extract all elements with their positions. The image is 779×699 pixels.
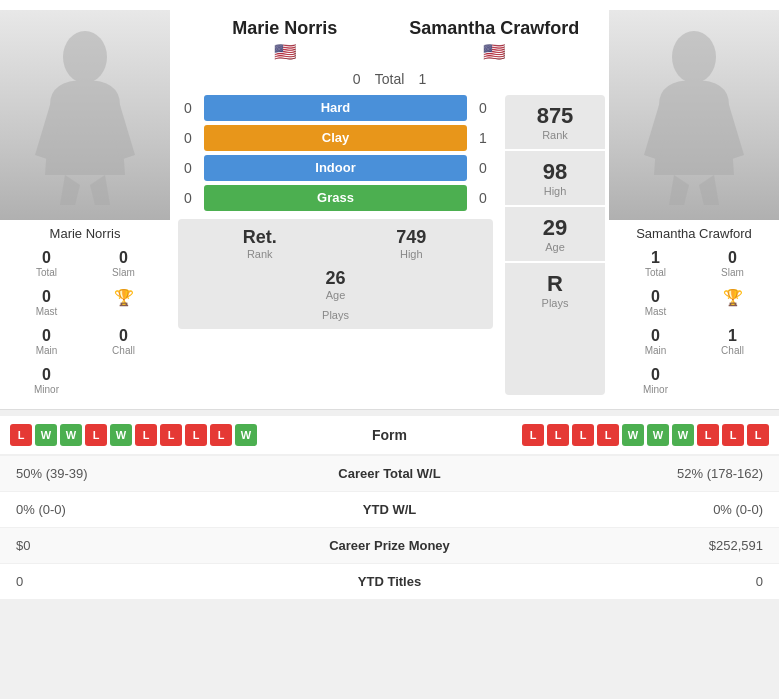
right-player-name: Samantha Crawford [636, 226, 752, 241]
right-minor-value: 0 [619, 366, 692, 384]
career-stat-left: $0 [16, 538, 265, 553]
form-badge-left: W [60, 424, 82, 446]
career-stat-center: YTD Titles [265, 574, 514, 589]
form-badge-left: L [135, 424, 157, 446]
total-label: Total [375, 71, 405, 87]
plays-label: Plays [186, 309, 485, 321]
grass-left-score: 0 [178, 190, 198, 206]
career-stats-row: 0YTD Titles0 [0, 564, 779, 600]
right-plays-value: R [517, 271, 593, 297]
right-total-value: 1 [619, 249, 692, 267]
form-badge-left: L [160, 424, 182, 446]
left-main-cell: 0 Main [8, 323, 85, 360]
career-stats-row: 0% (0-0)YTD W/L0% (0-0) [0, 492, 779, 528]
plays-cell: Plays [186, 309, 485, 321]
left-chall-value: 0 [87, 327, 160, 345]
ret-value: Ret. [186, 227, 334, 248]
right-chall-cell: 1 Chall [694, 323, 771, 360]
middle-section: Marie Norris 🇺🇸 Samantha Crawford 🇺🇸 0 T… [170, 10, 609, 399]
left-mast-cell: 0 Mast [8, 284, 85, 321]
form-badge-right: W [647, 424, 669, 446]
career-stats-row: 50% (39-39)Career Total W/L52% (178-162) [0, 456, 779, 492]
total-row: 0 Total 1 [170, 67, 609, 91]
career-stat-center: YTD W/L [265, 502, 514, 517]
right-age-label: Age [517, 241, 593, 253]
left-slam-value: 0 [87, 249, 160, 267]
right-stats-grid: 1 Total 0 Slam 0 Mast 🏆 0 Main [609, 245, 779, 399]
right-main-cell: 0 Main [617, 323, 694, 360]
high-rank-cell: 749 High [338, 227, 486, 260]
right-high-label: High [517, 185, 593, 197]
right-stats-panel: 875 Rank 98 High 29 Age R Plays [505, 95, 605, 395]
indoor-row: 0 Indoor 0 [178, 155, 493, 181]
form-badge-right: L [522, 424, 544, 446]
form-badge-right: L [547, 424, 569, 446]
right-chall-label: Chall [696, 345, 769, 356]
left-trophy-icon: 🏆 [114, 289, 134, 306]
left-flag: 🇺🇸 [274, 41, 296, 63]
right-player-name-header: Samantha Crawford [409, 18, 579, 39]
total-left-score: 0 [347, 71, 367, 87]
form-badge-right: L [722, 424, 744, 446]
rank-block: 875 Rank [505, 95, 605, 151]
left-player-name-header: Marie Norris [232, 18, 337, 39]
left-mast-value: 0 [10, 288, 83, 306]
right-total-cell: 1 Total [617, 245, 694, 282]
left-chall-cell: 0 Chall [85, 323, 162, 360]
clay-left-score: 0 [178, 130, 198, 146]
left-player-panel: Marie Norris 0 Total 0 Slam 0 Mast 🏆 [0, 10, 170, 399]
right-age-value: 29 [517, 215, 593, 241]
main-container: Marie Norris 0 Total 0 Slam 0 Mast 🏆 [0, 0, 779, 600]
right-player-panel: Samantha Crawford 1 Total 0 Slam 0 Mast … [609, 10, 779, 399]
left-minor-label: Minor [10, 384, 83, 395]
form-badge-left: L [10, 424, 32, 446]
comparison-section: Marie Norris 0 Total 0 Slam 0 Mast 🏆 [0, 0, 779, 410]
form-badge-left: L [185, 424, 207, 446]
career-stats-rows: 50% (39-39)Career Total W/L52% (178-162)… [0, 456, 779, 600]
left-name-area: Marie Norris 🇺🇸 [180, 18, 390, 63]
right-slam-cell: 0 Slam [694, 245, 771, 282]
right-mast-label: Mast [619, 306, 692, 317]
rank-label: Rank [186, 248, 334, 260]
grass-button[interactable]: Grass [204, 185, 467, 211]
form-badge-right: L [597, 424, 619, 446]
indoor-left-score: 0 [178, 160, 198, 176]
form-badge-left: L [85, 424, 107, 446]
career-stat-left: 50% (39-39) [16, 466, 265, 481]
left-total-value: 0 [10, 249, 83, 267]
age-cell: 26 Age [186, 268, 485, 301]
form-badge-right: W [672, 424, 694, 446]
right-mast-value: 0 [619, 288, 692, 306]
right-form-badges: LLLLWWWLLL [522, 424, 769, 446]
right-trophy-icon: 🏆 [723, 289, 743, 306]
form-badge-left: W [110, 424, 132, 446]
left-main-label: Main [10, 345, 83, 356]
right-slam-value: 0 [696, 249, 769, 267]
career-stat-right: 0% (0-0) [514, 502, 763, 517]
grass-row: 0 Grass 0 [178, 185, 493, 211]
left-total-label: Total [10, 267, 83, 278]
left-minor-cell: 0 Minor [8, 362, 85, 399]
left-total-cell: 0 Total [8, 245, 85, 282]
form-badge-left: W [235, 424, 257, 446]
left-main-value: 0 [10, 327, 83, 345]
left-player-name: Marie Norris [50, 226, 121, 241]
clay-button[interactable]: Clay [204, 125, 467, 151]
career-stat-center: Career Prize Money [265, 538, 514, 553]
career-stat-right: 0 [514, 574, 763, 589]
left-stats-panel: Ret. Rank 749 High 26 Age Plays [178, 219, 493, 329]
total-right-score: 1 [412, 71, 432, 87]
age-block: 29 Age [505, 207, 605, 263]
form-label: Form [257, 427, 522, 443]
player-names-row: Marie Norris 🇺🇸 Samantha Crawford 🇺🇸 [170, 10, 609, 67]
svg-point-1 [672, 31, 716, 83]
high-block: 98 High [505, 151, 605, 207]
hard-button[interactable]: Hard [204, 95, 467, 121]
clay-right-score: 1 [473, 130, 493, 146]
right-main-value: 0 [619, 327, 692, 345]
indoor-button[interactable]: Indoor [204, 155, 467, 181]
left-form-badges: LWWLWLLLLW [10, 424, 257, 446]
career-stats-row: $0Career Prize Money$252,591 [0, 528, 779, 564]
left-player-photo [0, 10, 170, 220]
form-badge-right: W [622, 424, 644, 446]
